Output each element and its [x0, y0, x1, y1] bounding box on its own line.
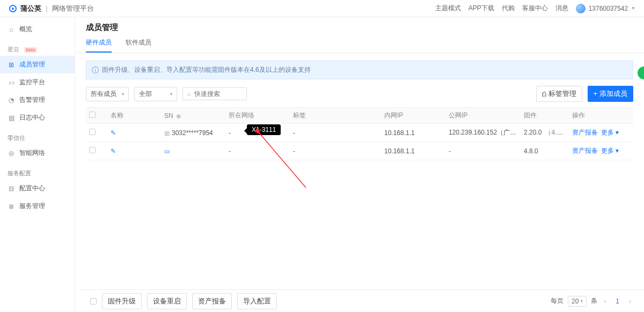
side-pill[interactable] [638, 66, 644, 79]
th-network: 所在网络 [225, 111, 290, 120]
sidebar-label: 日志中心 [19, 113, 45, 122]
brand-logo-icon [9, 4, 17, 13]
topbar-support[interactable]: 客服中心 [522, 4, 548, 13]
sidebar-label: 概览 [19, 25, 32, 34]
th-lan: 内网IP [381, 111, 445, 120]
chevron-down-icon: ▾ [170, 92, 172, 96]
tag-manage-button[interactable]: ⎙ 标签管理 [536, 86, 582, 102]
th-tag: 标签 [290, 111, 381, 120]
banner-text: 固件升级、设备重启、导入配置等功能需固件版本在4.6及以上的设备支持 [102, 65, 311, 75]
alert-icon: ◔ [8, 96, 15, 104]
sidebar-item-service[interactable]: ≣ 服务管理 [0, 197, 75, 215]
sidebar-section-zero-trust: 零信任 [0, 127, 75, 144]
page-next[interactable]: › [627, 298, 633, 305]
topbar-theme[interactable]: 主题模式 [435, 4, 461, 13]
sidebar-label: 成员管理 [19, 60, 45, 69]
log-icon: ▤ [8, 114, 15, 122]
chevron-down-icon: ▾ [122, 92, 124, 96]
user-name: 13760037542 [589, 5, 628, 12]
th-op: 操作 [569, 111, 633, 120]
tab-hardware[interactable]: 硬件成员 [86, 38, 112, 53]
toolbar: 所有成员▾ 全部▾ ⌕ ⎙ 标签管理 + 添加成员 [75, 79, 644, 102]
brand-sub: 网络管理平台 [52, 4, 94, 13]
eye-icon[interactable]: ◉ [174, 113, 181, 119]
search-input[interactable] [194, 90, 237, 98]
config-icon: ⊟ [8, 185, 15, 192]
filter-member-dropdown[interactable]: 所有成员▾ [86, 87, 129, 101]
device-icon: ▥ [164, 130, 170, 136]
sidebar-label: 告警管理 [19, 95, 45, 105]
sidebar-label: 服务管理 [19, 202, 45, 211]
btn-import-config[interactable]: 导入配置 [237, 293, 277, 309]
brand-main: 蒲公英 [20, 4, 41, 13]
service-icon: ≣ [8, 203, 15, 210]
sidebar-item-alerts[interactable]: ◔ 告警管理 [0, 91, 75, 109]
sidebar-label: 监控平台 [19, 78, 45, 87]
table-row: ✎ ▥3032*****7954 - - 10.168.1.1 120.239.… [86, 124, 633, 142]
pagination: 每页 20▾ 条 ‹ 1 › [551, 296, 633, 307]
sidebar-item-smart-net[interactable]: ◎ 智能网络 [0, 144, 75, 162]
members-icon: ⊞ [8, 61, 15, 69]
net-icon: ◎ [8, 150, 15, 157]
sidebar-item-overview[interactable]: ⌂ 概览 [0, 20, 75, 38]
topbar-app[interactable]: APP下载 [469, 4, 494, 13]
sidebar-item-members[interactable]: ⊞ 成员管理 [0, 56, 75, 73]
btn-firmware-upgrade[interactable]: 固件升级 [102, 293, 142, 309]
th-name: 名称 [107, 111, 161, 120]
tab-software[interactable]: 软件成员 [126, 38, 151, 53]
filter-all-dropdown[interactable]: 全部▾ [134, 87, 177, 101]
edit-icon[interactable]: ✎ [111, 147, 116, 155]
info-icon: i [92, 66, 99, 73]
tabs: 硬件成员 软件成员 [75, 33, 644, 53]
search-icon: ⌕ [187, 90, 191, 98]
main: 成员管理 硬件成员 软件成员 i 固件升级、设备重启、导入配置等功能需固件版本在… [75, 17, 644, 312]
btn-device-reboot[interactable]: 设备重启 [147, 293, 187, 309]
search-box[interactable]: ⌕ [182, 87, 247, 100]
beta-badge: beta [24, 47, 37, 53]
topbar-messages[interactable]: 消息 [555, 4, 568, 13]
tooltip: X1-3111 [247, 124, 281, 135]
page-size-dropdown[interactable]: 20▾ [568, 296, 587, 307]
sidebar: ⌂ 概览 星云 beta ⊞ 成员管理 ▭ 监控平台 ◔ 告警管理 ▤ 日志中心… [0, 17, 75, 312]
asset-report-link[interactable]: 资产报备 [572, 129, 598, 136]
monitor-icon: ▭ [8, 79, 15, 86]
topbar-right: 主题模式 APP下载 代购 客服中心 消息 13760037542 ▼ [435, 4, 635, 13]
sidebar-item-logs[interactable]: ▤ 日志中心 [0, 109, 75, 127]
sidebar-section-service: 服务配置 [0, 162, 75, 180]
add-member-button[interactable]: + 添加成员 [588, 86, 634, 102]
table-header: 名称 SN ◉ 所在网络 标签 内网IP 公网IP 固件 操作 [86, 108, 633, 124]
sidebar-label: 智能网络 [19, 148, 45, 158]
sidebar-item-monitor[interactable]: ▭ 监控平台 [0, 73, 75, 91]
more-link[interactable]: 更多 ▾ [601, 129, 619, 136]
th-wan: 公网IP [445, 111, 521, 120]
th-sn: SN ◉ [161, 112, 225, 120]
brand: 蒲公英 | 网络管理平台 [9, 4, 94, 13]
th-fw: 固件 [521, 111, 569, 120]
topbar-buy[interactable]: 代购 [502, 4, 515, 13]
row-checkbox[interactable] [89, 129, 96, 135]
sidebar-section-star: 星云 beta [0, 38, 75, 56]
brand-divider: | [46, 4, 48, 12]
edit-icon[interactable]: ✎ [111, 129, 116, 137]
page-current: 1 [612, 298, 623, 305]
page-prev[interactable]: ‹ [602, 298, 608, 305]
btn-asset-report[interactable]: 资产报备 [192, 293, 232, 309]
svg-point-1 [12, 8, 14, 10]
avatar-icon [576, 4, 586, 13]
info-banner: i 固件升级、设备重启、导入配置等功能需固件版本在4.6及以上的设备支持 [86, 61, 633, 79]
bottombar: 固件升级 设备重启 资产报备 导入配置 每页 20▾ 条 ‹ 1 › [79, 289, 644, 312]
table-row: ✎ ▭ - - 10.168.1.1 - 4.8.0 资产报备更多 ▾ [86, 142, 633, 160]
device-icon: ▭ [164, 148, 170, 154]
topbar: 蒲公英 | 网络管理平台 主题模式 APP下载 代购 客服中心 消息 13760… [0, 0, 644, 17]
more-link[interactable]: 更多 ▾ [601, 147, 619, 154]
table: 名称 SN ◉ 所在网络 标签 内网IP 公网IP 固件 操作 ✎ ▥3032*… [86, 107, 633, 160]
row-checkbox[interactable] [89, 147, 96, 153]
bottom-checkbox[interactable] [90, 298, 97, 304]
home-icon: ⌂ [8, 26, 15, 33]
sidebar-label: 配置中心 [19, 184, 45, 193]
checkbox-all[interactable] [89, 112, 96, 118]
user-menu[interactable]: 13760037542 ▼ [576, 4, 635, 13]
sidebar-item-config[interactable]: ⊟ 配置中心 [0, 180, 75, 197]
asset-report-link[interactable]: 资产报备 [572, 147, 598, 154]
chevron-down-icon: ▼ [631, 6, 635, 11]
